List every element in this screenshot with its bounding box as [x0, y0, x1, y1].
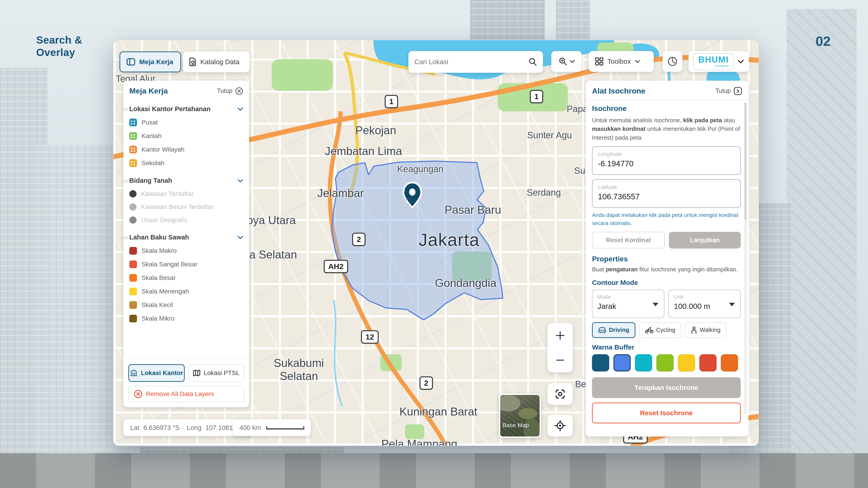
zoom-tool-button[interactable] — [551, 51, 582, 72]
skyline-building — [556, 0, 590, 40]
toolbox-label: Toolbox — [608, 58, 631, 65]
mode-select[interactable]: Mode Jarak — [592, 290, 664, 318]
tab-lokasi-kantor[interactable]: Lokasi Kantor — [128, 364, 185, 382]
zoom-in-button[interactable] — [555, 330, 565, 340]
capture-extent-button[interactable] — [548, 383, 573, 405]
warna-buffer-heading: Warna Buffer — [592, 344, 741, 351]
layer-item[interactable]: Unsur Geografis — [129, 217, 243, 224]
place-label: Sunter Agu — [527, 130, 572, 140]
toolbox-button[interactable]: Toolbox — [589, 51, 654, 72]
buffer-color-swatch[interactable] — [700, 354, 717, 371]
crosshair-locate-icon — [555, 420, 566, 431]
drag-handle-icon[interactable] — [123, 236, 128, 240]
search-icon[interactable] — [528, 58, 537, 66]
place-label: Jembatan Lima — [325, 144, 402, 158]
layer-item[interactable]: Kantah — [129, 132, 243, 140]
panel-scrollbar[interactable] — [744, 103, 747, 414]
scale-bar — [266, 426, 304, 429]
layer-label: Sekolah — [142, 160, 164, 167]
scale-label: 400 km — [239, 424, 261, 431]
zoom-out-button[interactable] — [555, 355, 565, 365]
isochrone-description: Untuk memulai analisis Isochrone, klik p… — [592, 116, 741, 142]
dropdown-arrow-icon — [653, 303, 658, 306]
base-map-switcher[interactable]: Base Map — [499, 394, 541, 438]
layer-item[interactable]: Kawasan Terdaftar — [129, 190, 243, 197]
lanjutkan-button[interactable]: Lanjutkan — [669, 232, 741, 249]
chevron-down-icon[interactable] — [237, 107, 243, 111]
brand-menu-button[interactable]: BHUMI ATR/BPN — [688, 51, 749, 72]
latitude-field[interactable]: Latitude 106.736557 — [592, 180, 741, 208]
tab-label: Katalog Data — [200, 58, 239, 66]
buffer-color-swatch-selected[interactable] — [614, 354, 631, 371]
building-icon — [129, 146, 137, 153]
layer-item[interactable]: Kawasan Belum Terdaftar — [129, 203, 243, 210]
page: { "page": { "eyebrow": "Search &\nOverla… — [0, 0, 868, 488]
buffer-color-swatch[interactable] — [721, 354, 738, 371]
mode-label: Mode — [597, 294, 659, 300]
circle-icon — [129, 203, 136, 210]
place-label: Pela Mampang — [381, 437, 457, 446]
tab-label: Lokasi Kantor — [141, 369, 183, 377]
layer-item[interactable]: Skala Mikro — [129, 315, 243, 322]
layer-item[interactable]: Skala Kecil — [129, 301, 243, 309]
reset-isochrone-button[interactable]: Reset Isochrone — [592, 402, 741, 423]
layer-item[interactable]: Skala Besar — [129, 274, 243, 282]
layer-item[interactable]: Sekolah — [129, 159, 243, 167]
history-clock-button[interactable] — [662, 51, 682, 72]
place-label: Serdang — [527, 188, 561, 198]
chevron-down-icon[interactable] — [237, 179, 243, 183]
road-badge: 2 — [352, 233, 366, 246]
brand-subtext: ATR/BPN — [715, 64, 728, 68]
bank-icon — [130, 369, 138, 377]
mode-walking-button[interactable]: Walking — [685, 322, 726, 338]
focus-frame-icon — [555, 389, 565, 399]
buffer-color-swatch[interactable] — [678, 354, 695, 371]
drag-handle-icon[interactable] — [123, 179, 128, 183]
chevron-down-icon[interactable] — [237, 235, 243, 239]
latitude-value: 106.736557 — [598, 192, 735, 201]
buffer-color-swatch[interactable] — [592, 354, 609, 371]
mode-driving-button[interactable]: Driving — [592, 322, 636, 338]
close-panel-button[interactable]: Tutup — [715, 87, 742, 95]
unit-select[interactable]: Unit 100.000 m — [669, 290, 741, 318]
remove-all-layers-button[interactable]: Remove All Data Layers — [128, 386, 244, 402]
color-swatch-icon — [129, 247, 137, 255]
longitude-field[interactable]: Longitude -6.194770 — [592, 147, 741, 175]
layer-section-header[interactable]: Lokasi Kantor Pertahanan — [129, 105, 243, 113]
layer-section-header[interactable]: Lahan Baku Sawah — [129, 234, 243, 241]
locate-me-button[interactable] — [548, 415, 573, 436]
tab-katalog-data[interactable]: Katalog Data — [183, 52, 250, 72]
layer-item[interactable]: Kantor Wilayah — [129, 146, 243, 153]
search-input[interactable]: Cari Lokasi — [408, 51, 543, 73]
clock-icon — [668, 57, 677, 66]
person-icon — [691, 326, 697, 334]
place-label: Jakarta — [418, 230, 480, 250]
sidebar-icon — [127, 58, 135, 66]
layer-item[interactable]: Skala Makro — [129, 247, 243, 255]
map-icon — [193, 369, 200, 377]
properties-description: Buat pengaturan fitur isochrone yang ing… — [592, 265, 741, 273]
reset-kordinat-button[interactable]: Reset Kordinat — [592, 232, 665, 249]
buffer-color-swatch[interactable] — [656, 354, 674, 371]
section-title: Bidang Tanah — [129, 177, 172, 184]
building-icon — [129, 119, 137, 126]
chevron-down-icon — [569, 60, 575, 63]
layer-item[interactable]: Skala Menengah — [129, 288, 243, 295]
drag-handle-icon[interactable] — [123, 107, 128, 111]
layer-label: Skala Kecil — [142, 301, 173, 308]
place-label: Pasar Baru — [445, 203, 501, 217]
document-icon — [189, 58, 196, 66]
tab-lokasi-ptsl[interactable]: Lokasi PTSL — [188, 364, 244, 382]
longitude-label: Longitude — [598, 151, 735, 157]
color-swatch-icon — [129, 288, 137, 295]
layer-item[interactable]: Pusat — [129, 119, 243, 126]
isochrone-panel: Alat Isochrone Tutup Isochrone Untuk mem… — [586, 80, 748, 436]
close-panel-button[interactable]: Tutup — [217, 87, 243, 95]
tab-meja-kerja[interactable]: Meja Kerja — [120, 52, 181, 72]
layer-section-header[interactable]: Bidang Tanah — [129, 177, 243, 184]
mode-cycling-button[interactable]: Cycling — [639, 322, 681, 338]
terapkan-isochrone-button[interactable]: Terapkan Isochrone — [592, 377, 741, 398]
buffer-color-swatch[interactable] — [635, 354, 652, 371]
layer-item[interactable]: Skala Sangat Besar — [129, 260, 243, 268]
color-swatch-icon — [129, 301, 137, 309]
